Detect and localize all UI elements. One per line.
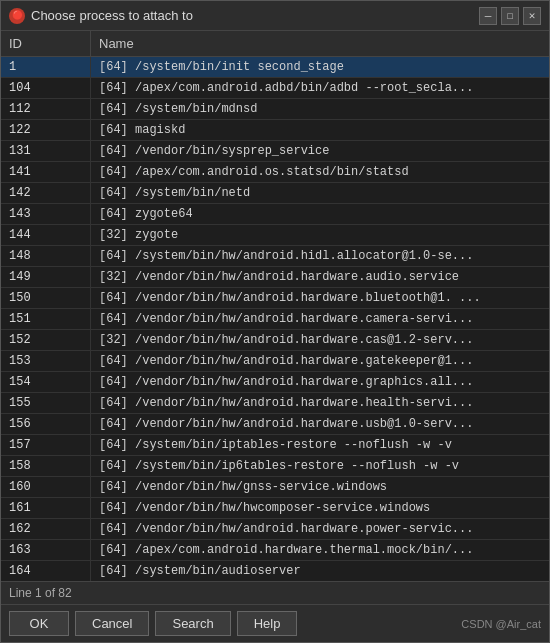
title-bar: 🔴 Choose process to attach to — ☐ ✕: [1, 1, 549, 31]
process-name-cell: [64] /system/bin/init second_stage: [91, 57, 549, 77]
process-name-cell: [32] /vendor/bin/hw/android.hardware.cas…: [91, 330, 549, 350]
cancel-button[interactable]: Cancel: [75, 611, 149, 636]
process-id-cell: 156: [1, 414, 91, 434]
process-table-container: ID Name 1[64] /system/bin/init second_st…: [1, 31, 549, 581]
table-row[interactable]: 163[64] /apex/com.android.hardware.therm…: [1, 540, 549, 561]
process-id-cell: 150: [1, 288, 91, 308]
process-id-cell: 149: [1, 267, 91, 287]
process-name-cell: [64] /vendor/bin/hw/android.hardware.gra…: [91, 372, 549, 392]
maximize-button[interactable]: ☐: [501, 7, 519, 25]
table-row[interactable]: 149[32] /vendor/bin/hw/android.hardware.…: [1, 267, 549, 288]
watermark-text: CSDN @Air_cat: [461, 618, 541, 630]
process-name-cell: [64] /vendor/bin/hw/android.hardware.blu…: [91, 288, 549, 308]
process-name-cell: [64] /system/bin/hw/android.hidl.allocat…: [91, 246, 549, 266]
table-row[interactable]: 141[64] /apex/com.android.os.statsd/bin/…: [1, 162, 549, 183]
process-name-cell: [64] /vendor/bin/sysprep_service: [91, 141, 549, 161]
table-row[interactable]: 144[32] zygote: [1, 225, 549, 246]
process-name-cell: [64] /system/bin/ip6tables-restore --nof…: [91, 456, 549, 476]
process-id-cell: 157: [1, 435, 91, 455]
table-row[interactable]: 162[64] /vendor/bin/hw/android.hardware.…: [1, 519, 549, 540]
window-controls: — ☐ ✕: [479, 7, 541, 25]
table-row[interactable]: 104[64] /apex/com.android.adbd/bin/adbd …: [1, 78, 549, 99]
table-row[interactable]: 131[64] /vendor/bin/sysprep_service: [1, 141, 549, 162]
process-id-cell: 158: [1, 456, 91, 476]
bottom-bar: OK Cancel Search Help CSDN @Air_cat: [1, 604, 549, 642]
process-id-cell: 141: [1, 162, 91, 182]
table-row[interactable]: 143[64] zygote64: [1, 204, 549, 225]
process-name-cell: [64] zygote64: [91, 204, 549, 224]
process-name-cell: [64] /vendor/bin/hw/android.hardware.pow…: [91, 519, 549, 539]
process-name-cell: [64] /vendor/bin/hw/android.hardware.usb…: [91, 414, 549, 434]
process-id-cell: 151: [1, 309, 91, 329]
table-row[interactable]: 122[64] magiskd: [1, 120, 549, 141]
process-id-cell: 161: [1, 498, 91, 518]
process-id-cell: 1: [1, 57, 91, 77]
process-name-cell: [64] /system/bin/audioserver: [91, 561, 549, 581]
window-title: Choose process to attach to: [31, 8, 193, 23]
process-name-cell: [64] /system/bin/netd: [91, 183, 549, 203]
id-column-header: ID: [1, 31, 91, 56]
process-name-cell: [64] /system/bin/iptables-restore --nofl…: [91, 435, 549, 455]
table-row[interactable]: 150[64] /vendor/bin/hw/android.hardware.…: [1, 288, 549, 309]
table-row[interactable]: 112[64] /system/bin/mdnsd: [1, 99, 549, 120]
process-name-cell: [64] magiskd: [91, 120, 549, 140]
table-row[interactable]: 148[64] /system/bin/hw/android.hidl.allo…: [1, 246, 549, 267]
process-id-cell: 153: [1, 351, 91, 371]
process-id-cell: 163: [1, 540, 91, 560]
table-row[interactable]: 158[64] /system/bin/ip6tables-restore --…: [1, 456, 549, 477]
process-name-cell: [64] /vendor/bin/hw/gnss-service.windows: [91, 477, 549, 497]
table-row[interactable]: 164[64] /system/bin/audioserver: [1, 561, 549, 581]
process-id-cell: 131: [1, 141, 91, 161]
process-id-cell: 144: [1, 225, 91, 245]
close-button[interactable]: ✕: [523, 7, 541, 25]
process-name-cell: [64] /vendor/bin/hw/android.hardware.gat…: [91, 351, 549, 371]
app-icon: 🔴: [9, 8, 25, 24]
action-buttons: OK Cancel Search Help: [9, 611, 297, 636]
table-row[interactable]: 152[32] /vendor/bin/hw/android.hardware.…: [1, 330, 549, 351]
table-row[interactable]: 142[64] /system/bin/netd: [1, 183, 549, 204]
table-row[interactable]: 153[64] /vendor/bin/hw/android.hardware.…: [1, 351, 549, 372]
process-name-cell: [64] /system/bin/mdnsd: [91, 99, 549, 119]
table-row[interactable]: 1[64] /system/bin/init second_stage: [1, 57, 549, 78]
line-status: Line 1 of 82: [9, 586, 72, 600]
process-id-cell: 162: [1, 519, 91, 539]
process-id-cell: 164: [1, 561, 91, 581]
process-id-cell: 104: [1, 78, 91, 98]
process-id-cell: 143: [1, 204, 91, 224]
title-bar-left: 🔴 Choose process to attach to: [9, 8, 193, 24]
table-row[interactable]: 155[64] /vendor/bin/hw/android.hardware.…: [1, 393, 549, 414]
table-row[interactable]: 157[64] /system/bin/iptables-restore --n…: [1, 435, 549, 456]
table-row[interactable]: 160[64] /vendor/bin/hw/gnss-service.wind…: [1, 477, 549, 498]
process-id-cell: 112: [1, 99, 91, 119]
process-name-cell: [32] zygote: [91, 225, 549, 245]
process-name-cell: [64] /vendor/bin/hw/android.hardware.hea…: [91, 393, 549, 413]
process-id-cell: 155: [1, 393, 91, 413]
process-id-cell: 122: [1, 120, 91, 140]
main-window: 🔴 Choose process to attach to — ☐ ✕ ID N…: [0, 0, 550, 643]
ok-button[interactable]: OK: [9, 611, 69, 636]
status-bar: Line 1 of 82: [1, 581, 549, 604]
process-name-cell: [64] /apex/com.android.os.statsd/bin/sta…: [91, 162, 549, 182]
help-button[interactable]: Help: [237, 611, 298, 636]
process-id-cell: 148: [1, 246, 91, 266]
name-column-header: Name: [91, 31, 549, 56]
process-name-cell: [64] /vendor/bin/hw/android.hardware.cam…: [91, 309, 549, 329]
process-name-cell: [64] /vendor/bin/hw/hwcomposer-service.w…: [91, 498, 549, 518]
minimize-button[interactable]: —: [479, 7, 497, 25]
process-name-cell: [64] /apex/com.android.hardware.thermal.…: [91, 540, 549, 560]
process-id-cell: 154: [1, 372, 91, 392]
table-row[interactable]: 151[64] /vendor/bin/hw/android.hardware.…: [1, 309, 549, 330]
process-name-cell: [32] /vendor/bin/hw/android.hardware.aud…: [91, 267, 549, 287]
process-name-cell: [64] /apex/com.android.adbd/bin/adbd --r…: [91, 78, 549, 98]
table-row[interactable]: 156[64] /vendor/bin/hw/android.hardware.…: [1, 414, 549, 435]
process-list[interactable]: 1[64] /system/bin/init second_stage104[6…: [1, 57, 549, 581]
table-row[interactable]: 161[64] /vendor/bin/hw/hwcomposer-servic…: [1, 498, 549, 519]
table-header: ID Name: [1, 31, 549, 57]
process-id-cell: 142: [1, 183, 91, 203]
process-id-cell: 152: [1, 330, 91, 350]
table-row[interactable]: 154[64] /vendor/bin/hw/android.hardware.…: [1, 372, 549, 393]
search-button[interactable]: Search: [155, 611, 230, 636]
process-id-cell: 160: [1, 477, 91, 497]
